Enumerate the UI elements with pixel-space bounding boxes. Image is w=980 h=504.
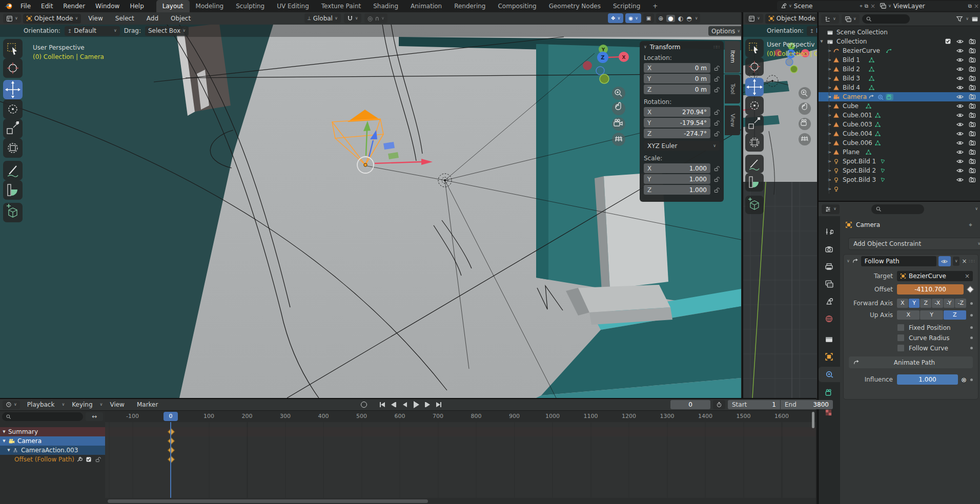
keyframe[interactable] — [168, 456, 175, 463]
npanel-tab-item[interactable]: Item — [725, 41, 740, 73]
lock-icon[interactable] — [713, 87, 720, 93]
timeline-v-scrollbar[interactable] — [812, 412, 814, 428]
follow-curve-checkbox[interactable] — [897, 344, 905, 352]
jump-to-start-button[interactable] — [377, 400, 387, 409]
mode-selector[interactable]: Object Mode∨ — [23, 14, 81, 24]
tool-add-cube[interactable] — [745, 196, 764, 214]
render-visibility-icon[interactable] — [969, 93, 976, 100]
npanel-tab-view[interactable]: View — [725, 106, 740, 135]
tab-tool[interactable] — [825, 227, 833, 236]
lock-icon[interactable] — [713, 109, 720, 115]
influence-slider[interactable]: 1.000 — [897, 374, 958, 385]
outliner-row-spotbild3[interactable]: ▶ Spot.Bild 3 — [819, 175, 980, 184]
render-visibility-icon[interactable] — [969, 167, 976, 174]
render-visibility-icon[interactable] — [969, 158, 976, 165]
lock-icon[interactable] — [713, 187, 720, 193]
show-overlays-toggle[interactable]: ◉∨ — [625, 13, 641, 23]
orientation-dropdown[interactable]: ↥D — [807, 26, 817, 36]
end-frame-field[interactable]: End3800 — [781, 400, 833, 409]
render-visibility-icon[interactable] — [969, 56, 976, 64]
keyframe[interactable] — [168, 447, 175, 454]
delete-viewlayer-icon[interactable]: × — [974, 3, 979, 10]
constraint-extras-icon[interactable]: ∨ — [953, 257, 960, 266]
menu-help[interactable]: Help — [125, 0, 149, 12]
channel-action[interactable]: ▼ CameraAction.003 — [0, 446, 105, 455]
outliner-row-cube001[interactable]: ▶ Cube.001 — [819, 111, 980, 120]
new-collection-icon[interactable] — [971, 15, 978, 23]
collapse-icon[interactable]: ∨ — [847, 259, 850, 263]
xray-toggle[interactable]: ▣ — [643, 13, 654, 23]
outliner-row-scene-collection[interactable]: Scene Collection — [819, 28, 980, 37]
drag-dropdown[interactable]: Select Box∨ — [145, 26, 189, 36]
tool-add-cube[interactable] — [3, 203, 23, 222]
mode-selector[interactable]: Object Mode — [765, 14, 817, 24]
viewport-menu-object[interactable]: Object — [166, 12, 196, 25]
workspace-tab-shading[interactable]: Shading — [367, 0, 404, 12]
shading-rendered-button[interactable]: ◓ — [686, 15, 691, 22]
proportional-editing-toggle[interactable]: ◎ ∩∨ — [364, 13, 387, 23]
render-visibility-icon[interactable] — [969, 102, 976, 110]
outliner-row-bild1[interactable]: ▶ Bild 1 — [819, 55, 980, 65]
shading-material-button[interactable]: ◐ — [678, 15, 683, 22]
render-visibility-icon[interactable] — [969, 38, 976, 45]
breadcrumb-object[interactable]: Camera — [856, 221, 880, 228]
rotation-x-field[interactable]: X270.94° — [644, 107, 710, 117]
new-viewlayer-icon[interactable]: ⧉ — [968, 3, 972, 9]
workspace-tab-rendering[interactable]: Rendering — [448, 0, 492, 12]
eye-icon[interactable] — [956, 176, 964, 183]
eye-icon[interactable] — [956, 130, 964, 137]
lock-icon[interactable] — [713, 165, 720, 172]
timeline-type-button[interactable]: ∨ — [3, 401, 20, 409]
3d-scene-secondary[interactable]: Y Z X — [743, 25, 817, 398]
eye-icon[interactable] — [956, 158, 964, 165]
editor-type-button[interactable]: ∨ — [3, 14, 21, 23]
tab-constraints-active[interactable] — [819, 367, 840, 382]
workspace-tab-modeling[interactable]: Modeling — [190, 0, 230, 12]
prev-keyframe-button[interactable] — [389, 400, 399, 409]
scale-x-field[interactable]: X1.000 — [644, 163, 710, 173]
auto-keying-toggle[interactable] — [359, 400, 369, 409]
play-button[interactable] — [411, 400, 421, 409]
timeline-menu-keying[interactable]: Keying — [67, 399, 97, 410]
orientation-dropdown[interactable]: ↥Default∨ — [65, 26, 120, 36]
render-visibility-icon[interactable] — [969, 176, 976, 183]
outliner-row-spotbild2[interactable]: ▶ Spot.Bild 2 — [819, 166, 980, 175]
eye-icon[interactable] — [956, 102, 964, 110]
tab-collection[interactable] — [825, 335, 833, 344]
eye-icon[interactable] — [956, 38, 964, 45]
tool-select-box[interactable] — [3, 39, 23, 58]
eye-icon[interactable] — [956, 167, 964, 174]
clear-target-icon[interactable]: × — [965, 272, 970, 280]
tool-move[interactable] — [745, 78, 764, 96]
timeline-h-scrollbar[interactable] — [108, 499, 428, 503]
channel-offset[interactable]: Offset (Follow Path) — [0, 455, 105, 464]
next-keyframe-button[interactable] — [422, 400, 433, 409]
eye-icon[interactable] — [956, 149, 964, 156]
outliner-row-bild4[interactable]: ▶ Bild 4 — [819, 83, 980, 92]
current-frame-badge[interactable]: 0 — [164, 412, 178, 421]
outliner-row-bild2[interactable]: ▶ Bild 2 — [819, 65, 980, 74]
tool-scale[interactable] — [3, 119, 23, 138]
animate-dot[interactable] — [970, 379, 973, 381]
filter-icon[interactable] — [956, 15, 963, 23]
eye-icon[interactable] — [956, 56, 964, 64]
render-visibility-icon[interactable] — [969, 47, 976, 54]
rotation-mode-dropdown[interactable]: XYZ Euler∨ — [644, 141, 720, 151]
tool-transform[interactable] — [745, 133, 764, 152]
animate-path-button[interactable]: Animate Path — [849, 356, 973, 368]
tool-annotate[interactable] — [3, 161, 23, 180]
snapping-toggle[interactable]: ∨ — [344, 13, 361, 23]
tool-transform[interactable] — [3, 138, 23, 158]
animate-dot[interactable] — [970, 314, 973, 317]
offset-slider[interactable]: -4110.700 — [897, 284, 964, 295]
timeline-menu-marker[interactable]: Marker — [132, 399, 163, 410]
up-axis-buttons[interactable]: X Y Z — [897, 310, 966, 320]
menu-edit[interactable]: Edit — [36, 0, 58, 12]
drag-dots-icon[interactable]: ∷∷ — [969, 259, 975, 264]
eye-icon[interactable] — [956, 84, 964, 91]
editor-type-button[interactable]: ∨ — [745, 14, 763, 23]
tool-measure[interactable] — [3, 180, 23, 200]
pin-icon[interactable]: ⌖ — [969, 221, 972, 228]
viewport-menu-select[interactable]: Select — [110, 12, 139, 25]
tool-select-box[interactable] — [745, 39, 764, 57]
